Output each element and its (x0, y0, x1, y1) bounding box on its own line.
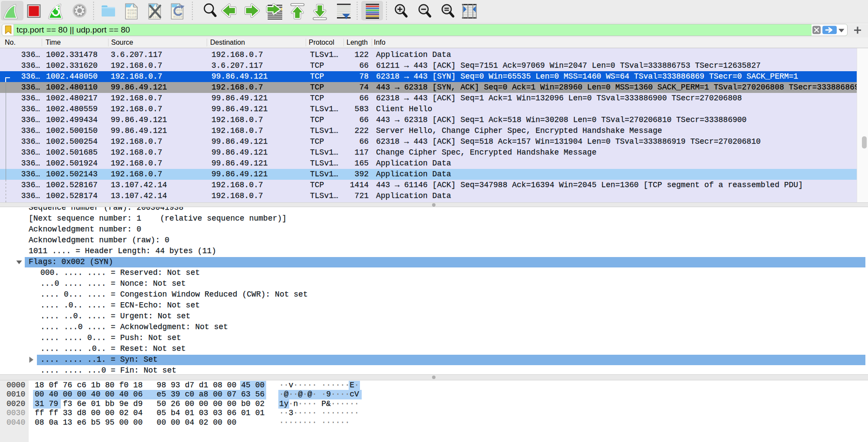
svg-text:01110: 01110 (128, 15, 137, 19)
